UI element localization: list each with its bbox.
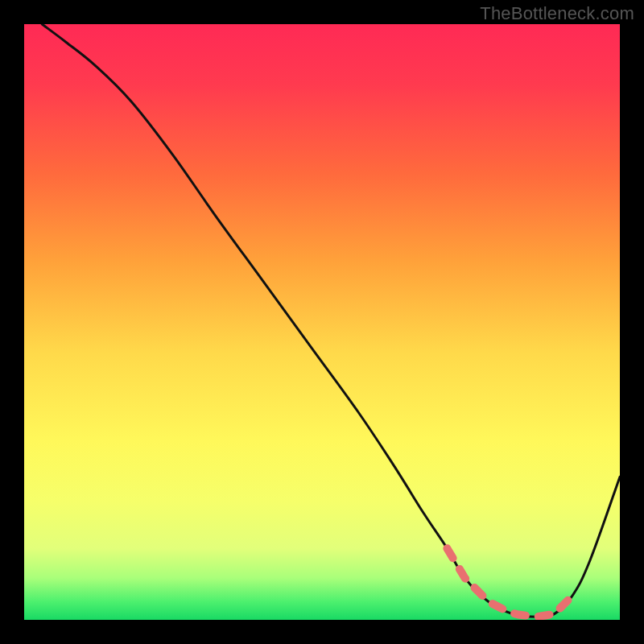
watermark-text: TheBottleneck.com [480,3,634,24]
chart-svg [24,24,620,620]
gradient-background [24,24,620,620]
plot-area [24,24,620,620]
chart-frame: TheBottleneck.com [0,0,644,644]
